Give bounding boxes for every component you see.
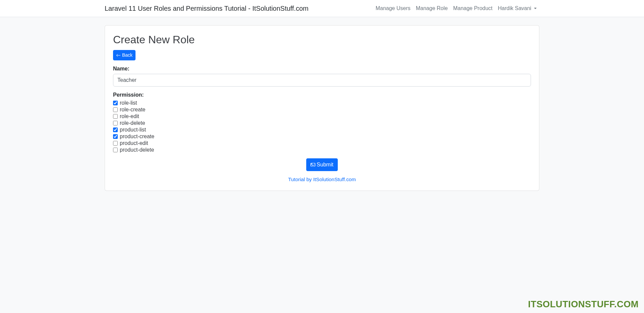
chevron-down-icon xyxy=(534,8,537,9)
submit-button-label: Submit xyxy=(317,161,333,169)
permission-form-group: Permission: role-listrole-createrole-edi… xyxy=(113,92,531,153)
save-icon xyxy=(311,162,315,167)
submit-button[interactable]: Submit xyxy=(306,158,338,171)
nav-user-label: Hardik Savani xyxy=(498,5,531,11)
permission-item: role-create xyxy=(113,107,531,113)
permission-item: product-create xyxy=(113,134,531,140)
permission-item: role-list xyxy=(113,100,531,106)
permission-checkbox-role-create[interactable] xyxy=(113,107,118,112)
name-form-group: Name: xyxy=(113,66,531,87)
back-button[interactable]: Back xyxy=(113,50,136,60)
permission-checkbox-product-create[interactable] xyxy=(113,134,118,139)
nav-link-user-dropdown[interactable]: Hardik Savani xyxy=(495,3,539,14)
permission-label-text[interactable]: product-list xyxy=(120,127,146,133)
permission-item: product-delete xyxy=(113,147,531,153)
nav-link-manage-product[interactable]: Manage Product xyxy=(450,3,495,14)
navbar: Laravel 11 User Roles and Permissions Tu… xyxy=(0,0,644,17)
navbar-brand[interactable]: Laravel 11 User Roles and Permissions Tu… xyxy=(105,3,309,14)
navbar-nav: Manage Users Manage Role Manage Product … xyxy=(373,3,539,14)
permission-label-text[interactable]: role-list xyxy=(120,100,137,106)
permissions-list: role-listrole-createrole-editrole-delete… xyxy=(113,100,531,153)
permission-label: Permission: xyxy=(113,92,531,98)
arrow-left-icon xyxy=(116,53,121,58)
permission-item: product-list xyxy=(113,127,531,133)
page-title: Create New Role xyxy=(113,34,531,46)
back-button-label: Back xyxy=(122,52,132,59)
permission-checkbox-role-edit[interactable] xyxy=(113,114,118,119)
tutorial-link-wrapper: Tutorial by ItSolutionStuff.com xyxy=(113,176,531,182)
permission-item: product-edit xyxy=(113,140,531,146)
permission-label-text[interactable]: product-edit xyxy=(120,140,148,146)
name-input[interactable] xyxy=(113,74,531,87)
main-container: Create New Role Back Name: Permission: r… xyxy=(101,17,543,199)
permission-label-text[interactable]: product-create xyxy=(120,134,154,140)
permission-checkbox-role-list[interactable] xyxy=(113,101,118,105)
permission-label-text[interactable]: role-edit xyxy=(120,113,139,119)
permission-checkbox-product-list[interactable] xyxy=(113,127,118,132)
nav-link-manage-users[interactable]: Manage Users xyxy=(373,3,413,14)
submit-wrapper: Submit xyxy=(113,158,531,171)
nav-link-manage-role[interactable]: Manage Role xyxy=(413,3,450,14)
permission-checkbox-product-edit[interactable] xyxy=(113,141,118,146)
permission-label-text[interactable]: product-delete xyxy=(120,147,154,153)
permission-checkbox-product-delete[interactable] xyxy=(113,148,118,152)
permission-label-text[interactable]: role-delete xyxy=(120,120,145,126)
card: Create New Role Back Name: Permission: r… xyxy=(105,25,539,191)
tutorial-link[interactable]: Tutorial by ItSolutionStuff.com xyxy=(288,176,356,182)
permission-label-text[interactable]: role-create xyxy=(120,107,145,113)
permission-item: role-delete xyxy=(113,120,531,126)
permission-item: role-edit xyxy=(113,113,531,119)
name-label: Name: xyxy=(113,66,531,72)
permission-checkbox-role-delete[interactable] xyxy=(113,121,118,125)
